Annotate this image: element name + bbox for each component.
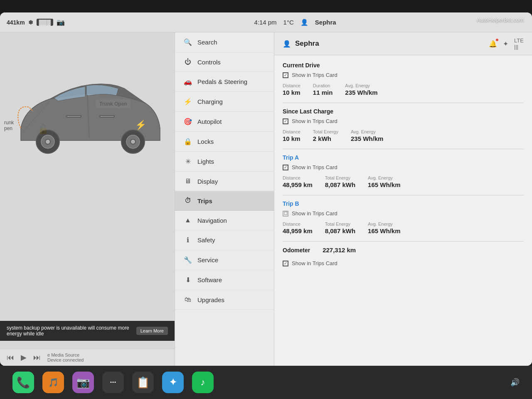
slc-distance-label: Distance xyxy=(283,129,300,134)
trip-a-avg-energy-label: Avg. Energy xyxy=(368,175,400,180)
menu-item-safety[interactable]: ℹ Safety xyxy=(175,230,274,250)
play-icon[interactable]: ▶ xyxy=(21,353,27,362)
current-drive-distance-value: 10 km xyxy=(283,89,300,96)
phone-icon[interactable]: 📞 xyxy=(12,372,34,393)
menu-label-navigation: Navigation xyxy=(197,217,227,224)
odometer-checkbox[interactable]: ✓ xyxy=(283,261,288,266)
menu-item-charging[interactable]: ⚡ Charging xyxy=(175,92,274,112)
trip-b-checkbox-row[interactable]: ☐ Show in Trips Card xyxy=(283,210,524,217)
divider-2 xyxy=(283,149,524,149)
trip-a-stats: Distance 48,959 km Total Energy 8,087 kW… xyxy=(283,175,524,188)
search-icon: 🔍 xyxy=(183,38,192,46)
locks-icon: 🔒 xyxy=(183,138,192,145)
trip-a-distance-label: Distance xyxy=(283,175,313,180)
prev-track-icon[interactable]: ⏮ xyxy=(7,353,14,362)
menu-item-display[interactable]: 🖥 Display xyxy=(175,172,274,191)
trip-a-avg-energy-value: 165 Wh/km xyxy=(368,181,400,188)
current-drive-duration: Duration 11 min xyxy=(313,83,333,96)
menu-item-search[interactable]: 🔍 Search xyxy=(175,32,274,52)
menu-label-autopilot: Autopilot xyxy=(197,118,222,125)
learn-more-button[interactable]: Learn More xyxy=(136,327,168,335)
trips-panel: 👤 Sephra 🔔 ✦ LTE||| Current Drive ✓ Show… xyxy=(274,32,532,366)
trip-b-title[interactable]: Trip B xyxy=(283,200,524,207)
trip-a-checkbox[interactable]: ✓ xyxy=(283,165,288,170)
menu-item-upgrades[interactable]: 🛍 Upgrades xyxy=(175,290,274,310)
menu-label-software: Software xyxy=(197,276,222,283)
menu-label-safety: Safety xyxy=(197,236,215,244)
battery-icon: ▓▓▓ xyxy=(37,19,53,26)
trip-b-distance-value: 48,959 km xyxy=(283,227,313,234)
current-drive-checkbox-label: Show in Trips Card xyxy=(292,72,337,78)
notification-dot xyxy=(496,39,498,41)
watermark: AutoHelperBot.com xyxy=(477,17,524,23)
trip-a-title[interactable]: Trip A xyxy=(283,154,524,161)
menu-item-pedals[interactable]: 🚗 Pedals & Steering xyxy=(175,72,274,92)
controls-icon: ⏻ xyxy=(183,58,192,66)
since-last-charge-checkbox-row[interactable]: ✓ Show in Trips Card xyxy=(283,118,524,124)
menu-label-display: Display xyxy=(197,178,218,185)
odometer-checkbox-row[interactable]: ✓ Show in Trips Card xyxy=(283,260,524,266)
since-last-charge-checkbox[interactable]: ✓ xyxy=(283,118,288,124)
menu-item-lights[interactable]: ✳ Lights xyxy=(175,152,274,172)
bluetooth-taskbar-icon[interactable]: ✦ xyxy=(162,372,184,393)
svg-rect-9 xyxy=(100,116,114,117)
menu-label-pedals: Pedals & Steering xyxy=(197,78,247,85)
media-source-text: e Media Source xyxy=(47,352,168,357)
trip-b-avg-energy: Avg. Energy 165 Wh/km xyxy=(368,222,400,234)
menu-item-service[interactable]: 🔧 Service xyxy=(175,250,274,270)
trip-b-total-energy: Total Energy 8,087 kWh xyxy=(325,222,355,234)
trip-a-checkbox-label: Show in Trips Card xyxy=(292,164,337,170)
menu-item-navigation[interactable]: ▲ Navigation xyxy=(175,211,274,230)
menu-item-software[interactable]: ⬇ Software xyxy=(175,270,274,290)
service-icon: 🔧 xyxy=(183,256,192,264)
current-drive-duration-label: Duration xyxy=(313,83,333,88)
menu-item-autopilot[interactable]: 🎯 Autopilot xyxy=(175,112,274,132)
odometer-value: 227,312 km xyxy=(323,246,356,254)
upgrades-icon: 🛍 xyxy=(183,296,192,303)
more-icon[interactable]: ··· xyxy=(102,372,124,393)
since-last-charge-checkbox-label: Show in Trips Card xyxy=(292,118,337,124)
odometer-row: Odometer 227,312 km xyxy=(283,246,524,257)
trip-a-checkbox-row[interactable]: ✓ Show in Trips Card xyxy=(283,164,524,170)
time-display: 4:14 pm xyxy=(254,19,276,26)
volume-control[interactable]: 🔊 xyxy=(510,378,520,387)
username-display: Sephra xyxy=(315,19,336,26)
menu-label-locks: Locks xyxy=(197,138,214,145)
menu-item-trips[interactable]: ⏱ Trips xyxy=(175,191,274,211)
current-drive-title: Current Drive xyxy=(283,62,524,69)
header-icons: 🔔 ✦ LTE||| xyxy=(489,37,524,50)
divider-3 xyxy=(283,195,524,195)
lights-icon: ✳ xyxy=(183,158,192,165)
volume-icon: 🔊 xyxy=(510,378,520,387)
car-visual: 🔓 Trunk Open runk pen xyxy=(0,32,175,366)
device-connected-text: Device connected xyxy=(47,357,168,362)
spotify-icon[interactable]: ♪ xyxy=(192,372,214,393)
main-screen: 441km ❄ ▓▓▓ 📷 4:14 pm 1°C 👤 Sephra 🔓 Tru… xyxy=(0,12,532,366)
slc-total-energy: Total Energy 2 kWh xyxy=(313,129,338,142)
camera-taskbar-icon[interactable]: 📷 xyxy=(72,372,94,393)
calendar-icon[interactable]: 📋 xyxy=(132,372,154,393)
current-drive-checkbox-row[interactable]: ✓ Show in Trips Card xyxy=(283,72,524,78)
trips-header: 👤 Sephra 🔔 ✦ LTE||| xyxy=(274,32,532,55)
current-drive-checkbox[interactable]: ✓ xyxy=(283,72,288,78)
next-track-icon[interactable]: ⏭ xyxy=(33,353,41,362)
software-icon: ⬇ xyxy=(183,276,192,284)
current-drive-energy-label: Avg. Energy xyxy=(345,83,377,88)
svg-point-7 xyxy=(131,139,135,144)
slc-total-energy-label: Total Energy xyxy=(313,129,338,134)
charging-icon: ⚡ xyxy=(183,98,192,106)
menu-item-locks[interactable]: 🔒 Locks xyxy=(175,132,274,152)
svg-rect-8 xyxy=(66,116,81,117)
notification-bar: system backup power is unavailable will … xyxy=(0,321,175,341)
menu-item-controls[interactable]: ⏻ Controls xyxy=(175,52,274,72)
profile-icon: 👤 xyxy=(300,19,308,26)
menu-label-trips: Trips xyxy=(197,197,212,204)
temp-display: 1°C xyxy=(283,19,294,26)
audio-icon[interactable]: 🎵 xyxy=(42,372,64,393)
trip-a-distance: Distance 48,959 km xyxy=(283,175,313,188)
safety-icon: ℹ xyxy=(183,236,192,244)
trip-a-total-energy-value: 8,087 kWh xyxy=(325,181,355,188)
user-profile-icon: 👤 xyxy=(283,40,291,48)
alert-icon: 🔔 xyxy=(489,40,497,48)
trip-b-checkbox[interactable]: ☐ xyxy=(283,211,288,217)
